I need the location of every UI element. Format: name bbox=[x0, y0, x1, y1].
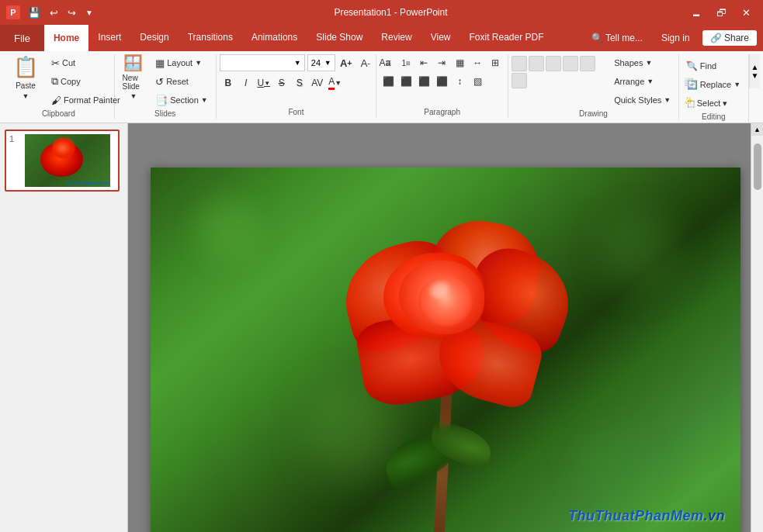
bold-button[interactable]: B bbox=[220, 74, 237, 92]
tell-me-button[interactable]: 🔍 Tell me... bbox=[585, 29, 649, 47]
minimize-button[interactable]: 🗕 bbox=[685, 4, 707, 21]
replace-button[interactable]: 🔄 Replace ▼ bbox=[682, 76, 745, 93]
font-size-input[interactable]: 24 ▼ bbox=[307, 54, 335, 71]
menu-bar: File Home Insert Design Transitions Anim… bbox=[0, 25, 763, 51]
menu-home[interactable]: Home bbox=[44, 25, 88, 51]
justify-button[interactable]: ⬛ bbox=[433, 73, 450, 90]
menu-animations[interactable]: Animations bbox=[242, 25, 307, 51]
title-bar: P 💾 ↩ ↪ ▼ Presentation1 - PowerPoint 🗕 🗗… bbox=[0, 0, 763, 25]
maximize-button[interactable]: 🗗 bbox=[710, 4, 732, 21]
menu-review[interactable]: Review bbox=[372, 25, 421, 51]
title-bar-left: P 💾 ↩ ↪ ▼ bbox=[6, 5, 96, 20]
clipboard-small-buttons: ✂ Cut ⧉ Copy 🖌 Format Painter bbox=[47, 54, 125, 109]
decrease-indent-button[interactable]: ⇤ bbox=[415, 54, 432, 71]
format-painter-icon: 🖌 bbox=[51, 95, 61, 106]
shape-item-5[interactable] bbox=[580, 56, 595, 71]
ribbon: 📋 Paste ▼ ✂ Cut ⧉ Copy 🖌 Format Painter bbox=[0, 51, 763, 123]
v-scroll-thumb[interactable] bbox=[754, 143, 761, 190]
align-right-button[interactable]: ⬛ bbox=[415, 73, 432, 90]
shape-item-1[interactable] bbox=[512, 56, 527, 71]
slide-watermark: ThuThuatPhanMem.vn bbox=[568, 508, 725, 524]
menu-foxit[interactable]: Foxit Reader PDF bbox=[460, 25, 553, 51]
line-spacing-button[interactable]: ↕ bbox=[451, 73, 468, 90]
underline-button[interactable]: U▼ bbox=[255, 74, 272, 92]
strikethrough-button[interactable]: S bbox=[273, 74, 290, 92]
paste-icon: 📋 bbox=[13, 55, 38, 79]
align-left-button[interactable]: ⬛ bbox=[380, 73, 397, 90]
new-slide-icon: 🪟 bbox=[123, 54, 143, 72]
font-label: Font bbox=[217, 108, 376, 116]
drawing-label: Drawing bbox=[508, 109, 678, 118]
cut-button[interactable]: ✂ Cut bbox=[47, 54, 125, 71]
slide-area: ThuThuatPhanMem.vn ◀ ▶ ▲ ▼ bbox=[128, 123, 763, 532]
arrange-button[interactable]: Arrange ▼ bbox=[609, 73, 675, 90]
replace-icon: 🔄 bbox=[687, 80, 698, 90]
slides-label: Slides bbox=[115, 109, 216, 118]
shape-item-3[interactable] bbox=[546, 56, 561, 71]
slide-1-thumbnail[interactable]: 1 ThuThuatPhanMem.vn bbox=[5, 130, 120, 192]
ribbon-group-slides: 🪟 New Slide ▼ ▦ Layout ▼ ↺ Reset 📑 Secti… bbox=[115, 54, 217, 119]
section-button[interactable]: 📑 Section ▼ bbox=[151, 92, 213, 109]
decrease-font-button[interactable]: A- bbox=[357, 54, 374, 71]
shape-item-2[interactable] bbox=[529, 56, 544, 71]
increase-font-button[interactable]: A+ bbox=[338, 54, 355, 71]
share-button[interactable]: 🔗 Share bbox=[702, 30, 757, 46]
ribbon-group-drawing: Shapes ▼ Arrange ▼ Quick Styles ▼ 🔻 ⬜ ✨ … bbox=[508, 54, 679, 119]
layout-icon: ▦ bbox=[155, 57, 165, 69]
shape-item-4[interactable] bbox=[563, 56, 578, 71]
ribbon-group-editing: 🔍 Find 🔄 Replace ▼ ⬚ Select ▾ Editing bbox=[679, 54, 749, 123]
ribbon-scroll-button[interactable]: ▲▼ bbox=[749, 54, 760, 88]
find-button[interactable]: 🔍 Find bbox=[682, 57, 745, 74]
menu-file[interactable]: File bbox=[0, 25, 44, 51]
app-icon: P bbox=[6, 5, 20, 19]
menu-design[interactable]: Design bbox=[130, 25, 178, 51]
save-icon[interactable]: 💾 bbox=[25, 5, 43, 20]
copy-icon: ⧉ bbox=[51, 75, 58, 88]
align-center-button[interactable]: ⬛ bbox=[397, 73, 414, 90]
text-direction-button[interactable]: ↔ bbox=[469, 54, 486, 71]
quick-styles-button[interactable]: Quick Styles ▼ bbox=[609, 92, 675, 109]
slide-canvas: ThuThuatPhanMem.vn bbox=[151, 168, 740, 532]
clipboard-label: Clipboard bbox=[3, 109, 114, 118]
menu-bar-right: 🔍 Tell me... Sign in 🔗 Share bbox=[585, 25, 763, 51]
italic-button[interactable]: I bbox=[238, 74, 255, 92]
select-button[interactable]: ⬚ Select ▾ bbox=[682, 95, 745, 112]
menu-slideshow[interactable]: Slide Show bbox=[307, 25, 372, 51]
customize-icon[interactable]: ▼ bbox=[82, 7, 96, 19]
undo-icon[interactable]: ↩ bbox=[47, 5, 61, 20]
column-layout-button[interactable]: ▧ bbox=[469, 73, 486, 90]
numbered-button[interactable]: 1≡ bbox=[397, 54, 414, 71]
columns-button[interactable]: ▦ bbox=[451, 54, 468, 71]
redo-icon[interactable]: ↪ bbox=[64, 5, 79, 20]
slide-thumbnail-image: ThuThuatPhanMem.vn bbox=[25, 134, 110, 187]
font-name-dropdown[interactable]: ▼ bbox=[220, 54, 305, 71]
increase-indent-button[interactable]: ⇥ bbox=[433, 54, 450, 71]
close-button[interactable]: ✕ bbox=[735, 4, 757, 21]
menu-insert[interactable]: Insert bbox=[88, 25, 130, 51]
menu-transitions[interactable]: Transitions bbox=[179, 25, 242, 51]
bullets-button[interactable]: ≡ bbox=[380, 54, 397, 71]
format-painter-button[interactable]: 🖌 Format Painter bbox=[47, 92, 125, 109]
slides-small-buttons: ▦ Layout ▼ ↺ Reset 📑 Section ▼ bbox=[151, 54, 213, 109]
smart-art-button[interactable]: ⊞ bbox=[487, 54, 504, 71]
new-slide-button[interactable]: 🪟 New Slide ▼ bbox=[118, 54, 150, 99]
sign-in-button[interactable]: Sign in bbox=[655, 29, 696, 47]
menu-view[interactable]: View bbox=[421, 25, 460, 51]
font-color-button[interactable]: A ▼ bbox=[327, 74, 344, 92]
reset-button[interactable]: ↺ Reset bbox=[151, 73, 213, 90]
layout-button[interactable]: ▦ Layout ▼ bbox=[151, 54, 213, 71]
shapes-button[interactable]: Shapes ▼ bbox=[609, 54, 675, 71]
shape-item-6[interactable] bbox=[512, 73, 527, 88]
spacing-button[interactable]: AV bbox=[309, 74, 326, 92]
paragraph-label: Paragraph bbox=[376, 108, 508, 116]
window-controls: 🗕 🗗 ✕ bbox=[685, 4, 757, 21]
copy-button[interactable]: ⧉ Copy bbox=[47, 73, 125, 90]
section-icon: 📑 bbox=[155, 95, 168, 106]
paste-button[interactable]: 📋 Paste ▼ bbox=[6, 54, 45, 101]
ribbon-group-paragraph: ≡ 1≡ ⇤ ⇥ ▦ ↔ ⊞ ⬛ ⬛ ⬛ ⬛ ↕ ▧ Paragraph bbox=[376, 54, 508, 118]
quick-access-toolbar: 💾 ↩ ↪ ▼ bbox=[25, 5, 96, 20]
app-body: 1 ThuThuatPhanMem.vn bbox=[0, 123, 763, 532]
reset-icon: ↺ bbox=[155, 76, 164, 88]
shadow-button[interactable]: S bbox=[291, 74, 308, 92]
scroll-up-button[interactable]: ▲ bbox=[751, 123, 764, 136]
